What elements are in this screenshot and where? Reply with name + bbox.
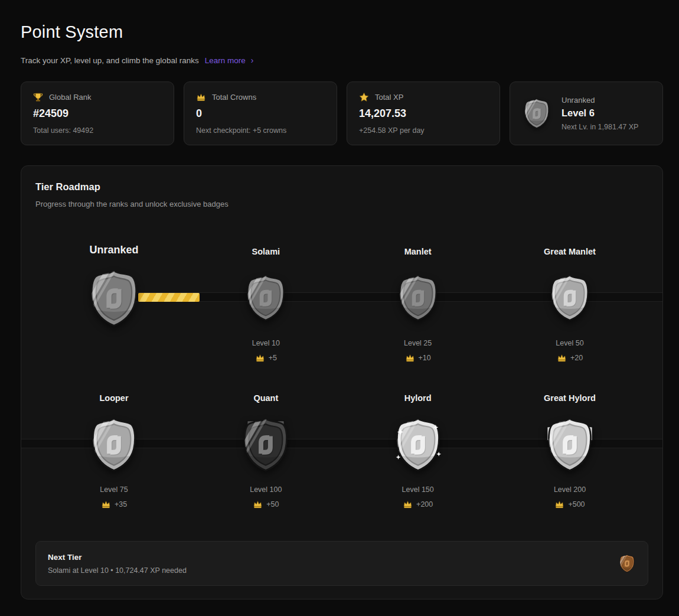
tier-roadmap-card: Tier Roadmap Progress through the ranks … xyxy=(21,165,663,599)
badge-unranked-icon xyxy=(86,268,142,328)
stat-label: Global Rank xyxy=(49,93,92,102)
badge-quant-icon xyxy=(240,416,292,472)
crown-reward: +200 xyxy=(416,500,433,509)
tier-hylord: Hylord Level 150 +200 xyxy=(362,387,474,509)
next-tier-info: Next Tier Solami at Level 10 • 10,724.47… xyxy=(48,553,187,575)
page-title: Point System xyxy=(21,22,663,42)
current-level-value: Level 6 xyxy=(562,107,638,119)
badge-wrap xyxy=(88,403,140,485)
tier-level: Level 75 xyxy=(100,485,128,494)
badge-wrap xyxy=(240,403,292,485)
tier-name: Unranked xyxy=(89,241,138,256)
stat-label: Total XP xyxy=(375,93,403,102)
tier-name: Hylord xyxy=(404,387,432,403)
tier-name: Quant xyxy=(253,387,278,403)
tier-level: Level 25 xyxy=(404,339,432,347)
badge-wrap xyxy=(392,403,444,485)
crown-reward: +20 xyxy=(570,354,583,362)
tier-crowns: +200 xyxy=(403,499,433,509)
star-icon xyxy=(359,92,369,102)
stat-card-current-level: Unranked Level 6 Next Lv. in 1,981.47 XP xyxy=(510,82,663,145)
tier-solami: Solami Level 10 +5 xyxy=(210,241,322,363)
tier-crowns: +20 xyxy=(557,353,583,363)
xp-per-day-text: +254.58 XP per day xyxy=(359,126,488,135)
next-tier-bar: Next Tier Solami at Level 10 • 10,724.47… xyxy=(35,541,648,586)
current-tier-label: Unranked xyxy=(562,96,638,105)
badge-hylord-icon xyxy=(392,416,444,472)
crown-icon xyxy=(403,500,413,509)
badge-looper-icon xyxy=(88,416,140,472)
roadmap-title: Tier Roadmap xyxy=(35,181,648,193)
tier-level: Level 150 xyxy=(402,485,434,494)
stat-head: Global Rank xyxy=(33,92,162,102)
tier-level: Level 50 xyxy=(556,339,583,347)
tier-great-hylord: Great Hylord Level 200 +500 xyxy=(514,387,626,509)
total-crowns-value: 0 xyxy=(196,107,325,120)
tier-crowns: +50 xyxy=(253,499,279,509)
tier-crowns: +35 xyxy=(101,499,127,509)
crown-icon xyxy=(253,500,263,509)
crown-icon xyxy=(255,354,265,362)
total-xp-value: 14,207.53 xyxy=(359,107,488,120)
page-subtitle-row: Track your XP, level up, and climb the g… xyxy=(21,56,663,65)
crown-icon xyxy=(557,354,567,362)
tier-name: Great Hylord xyxy=(544,387,596,403)
crown-reward: +10 xyxy=(419,354,431,362)
tier-level: Level 10 xyxy=(252,339,280,347)
roadmap-row-1: Unranked Solami Level 10 +5 Manlet xyxy=(35,241,648,363)
chevron-right-icon[interactable]: › xyxy=(251,56,254,65)
tier-crowns: +5 xyxy=(255,353,277,363)
badge-great-manlet-icon xyxy=(547,273,592,322)
roadmap-subtitle: Progress through the ranks and unlock ex… xyxy=(35,200,648,208)
next-tier-badge-icon xyxy=(618,554,636,573)
tier-crowns: +10 xyxy=(405,353,431,363)
tier-great-manlet: Great Manlet Level 50 +20 xyxy=(514,241,626,363)
stat-card-total-crowns: Total Crowns 0 Next checkpoint: +5 crown… xyxy=(184,82,337,145)
next-level-xp-text: Next Lv. in 1,981.47 XP xyxy=(562,123,638,131)
badge-wrap xyxy=(243,256,288,339)
learn-more-link[interactable]: Learn more xyxy=(205,56,246,65)
next-tier-detail: Solami at Level 10 • 10,724.47 XP needed xyxy=(48,566,187,575)
stats-row: Global Rank #24509 Total users: 49492 To… xyxy=(21,82,663,145)
tier-name: Looper xyxy=(99,387,128,403)
badge-manlet-icon xyxy=(396,273,440,322)
shield-badge-icon xyxy=(522,97,551,129)
crown-reward: +5 xyxy=(269,354,277,362)
stat-head: Total XP xyxy=(359,92,488,102)
total-users-text: Total users: 49492 xyxy=(33,126,162,135)
crown-icon xyxy=(196,92,206,102)
stat-label: Total Crowns xyxy=(212,93,256,102)
badge-wrap xyxy=(396,256,440,339)
tier-looper: Looper Level 75 +35 xyxy=(58,387,170,509)
tier-quant: Quant Level 100 +50 xyxy=(210,387,322,509)
point-system-page: Point System Track your XP, level up, an… xyxy=(0,22,679,599)
stat-card-total-xp: Total XP 14,207.53 +254.58 XP per day xyxy=(347,82,500,145)
tier-name: Solami xyxy=(252,241,280,256)
global-rank-value: #24509 xyxy=(33,107,162,120)
crown-icon xyxy=(405,354,415,362)
tier-manlet: Manlet Level 25 +10 xyxy=(362,241,474,363)
tier-unranked: Unranked xyxy=(58,241,170,363)
crown-reward: +35 xyxy=(115,500,127,509)
tier-level: Level 200 xyxy=(554,485,586,494)
tier-name: Great Manlet xyxy=(544,241,596,256)
badge-great-hylord-icon xyxy=(544,416,596,472)
tier-level: Level 100 xyxy=(250,485,282,494)
crown-reward: +50 xyxy=(266,500,279,509)
next-checkpoint-text: Next checkpoint: +5 crowns xyxy=(196,126,325,135)
level-info: Unranked Level 6 Next Lv. in 1,981.47 XP xyxy=(562,96,638,131)
badge-wrap xyxy=(544,403,596,485)
crown-icon xyxy=(554,500,564,509)
tier-crowns: +500 xyxy=(554,499,585,509)
stat-head: Total Crowns xyxy=(196,92,325,102)
roadmap-row-2: Looper Level 75 +35 Quant Level 100 xyxy=(35,387,648,509)
next-tier-title: Next Tier xyxy=(48,553,187,562)
badge-wrap xyxy=(86,256,142,339)
tier-name: Manlet xyxy=(404,241,432,256)
crown-reward: +500 xyxy=(568,500,585,509)
stat-card-global-rank: Global Rank #24509 Total users: 49492 xyxy=(21,82,174,145)
crown-icon xyxy=(101,500,111,509)
page-subtitle: Track your XP, level up, and climb the g… xyxy=(21,56,199,65)
badge-wrap xyxy=(547,256,592,339)
badge-solami-icon xyxy=(243,273,288,322)
